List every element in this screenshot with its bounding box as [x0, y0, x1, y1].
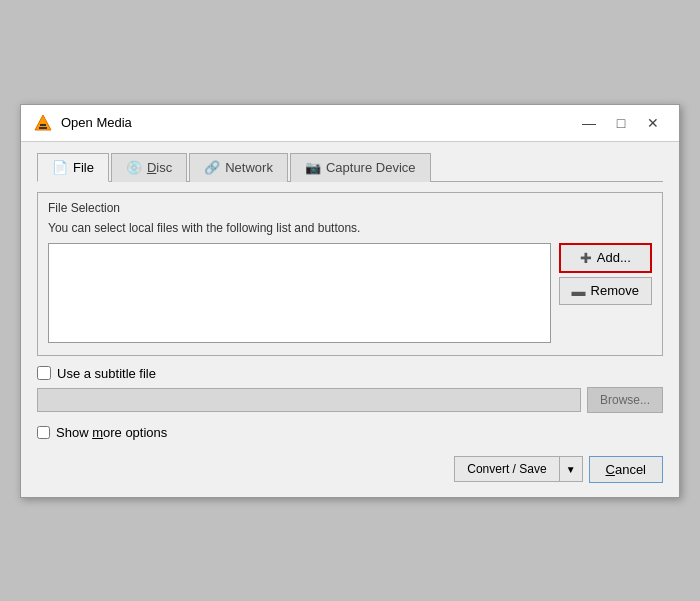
show-more-checkbox[interactable]: [37, 426, 50, 439]
svg-rect-1: [40, 124, 46, 126]
capture-tab-icon: 📷: [305, 160, 321, 175]
bottom-bar: Convert / Save ▼ Cancel: [37, 454, 663, 483]
group-label: File Selection: [48, 201, 652, 215]
file-tab-icon: 📄: [52, 160, 68, 175]
svg-rect-2: [39, 127, 47, 129]
show-more-row: Show more options: [37, 425, 663, 440]
title-controls: — □ ✕: [575, 113, 667, 133]
browse-button[interactable]: Browse...: [587, 387, 663, 413]
remove-button[interactable]: ▬ Remove: [559, 277, 652, 305]
add-button[interactable]: ✚ Add...: [559, 243, 652, 273]
dialog-content: 📄 File 💿 Disc 🔗 Network 📷 Capture Device…: [21, 142, 679, 497]
cancel-label: Cancel: [606, 462, 646, 477]
subtitle-label[interactable]: Use a subtitle file: [57, 366, 156, 381]
show-more-label[interactable]: Show more options: [56, 425, 167, 440]
network-tab-icon: 🔗: [204, 160, 220, 175]
title-left: Open Media: [33, 113, 132, 133]
add-label: Add...: [597, 250, 631, 265]
subtitle-checkbox-row: Use a subtitle file: [37, 366, 663, 381]
cancel-button[interactable]: Cancel: [589, 456, 663, 483]
tab-capture[interactable]: 📷 Capture Device: [290, 153, 431, 182]
subtitle-input-row: Browse...: [37, 387, 663, 413]
maximize-button[interactable]: □: [607, 113, 635, 133]
remove-icon: ▬: [572, 283, 586, 299]
window-title: Open Media: [61, 115, 132, 130]
network-tab-label: Network: [225, 160, 273, 175]
capture-tab-label: Capture Device: [326, 160, 416, 175]
close-button[interactable]: ✕: [639, 113, 667, 133]
file-area: ✚ Add... ▬ Remove: [48, 243, 652, 343]
minimize-button[interactable]: —: [575, 113, 603, 133]
vlc-icon: [33, 113, 53, 133]
tab-disc[interactable]: 💿 Disc: [111, 153, 187, 182]
tab-file[interactable]: 📄 File: [37, 153, 109, 182]
file-buttons: ✚ Add... ▬ Remove: [559, 243, 652, 343]
subtitle-checkbox[interactable]: [37, 366, 51, 380]
tab-bar: 📄 File 💿 Disc 🔗 Network 📷 Capture Device: [37, 152, 663, 182]
tab-network[interactable]: 🔗 Network: [189, 153, 288, 182]
group-description: You can select local files with the foll…: [48, 221, 652, 235]
disc-tab-label: Disc: [147, 160, 172, 175]
title-bar: Open Media — □ ✕: [21, 105, 679, 142]
subtitle-input[interactable]: [37, 388, 581, 412]
convert-save-group: Convert / Save ▼: [454, 456, 582, 482]
subtitle-section: Use a subtitle file Browse...: [37, 366, 663, 413]
convert-save-button[interactable]: Convert / Save: [455, 457, 559, 481]
file-tab-label: File: [73, 160, 94, 175]
add-icon: ✚: [580, 250, 592, 266]
file-list[interactable]: [48, 243, 551, 343]
convert-save-arrow[interactable]: ▼: [560, 457, 582, 481]
remove-label: Remove: [591, 283, 639, 298]
disc-tab-icon: 💿: [126, 160, 142, 175]
file-selection-group: File Selection You can select local file…: [37, 192, 663, 356]
open-media-window: Open Media — □ ✕ 📄 File 💿 Disc 🔗 Network: [20, 104, 680, 498]
